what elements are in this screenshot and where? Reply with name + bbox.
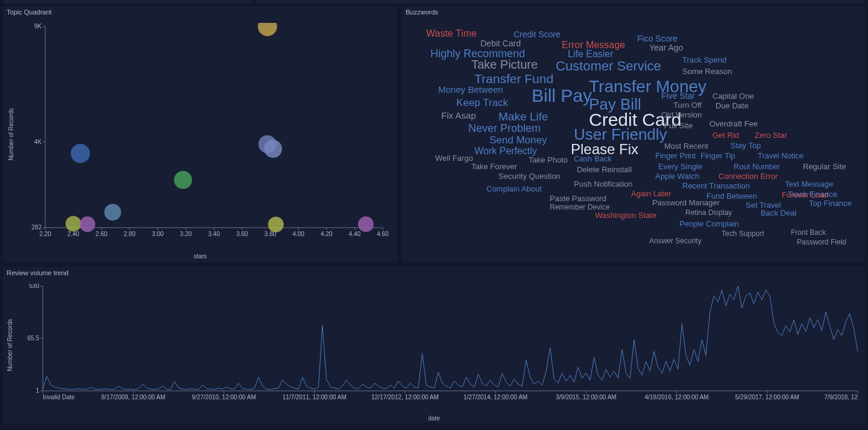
buzzword[interactable]: Washington State: [595, 211, 656, 219]
svg-point-42: [268, 217, 284, 232]
buzzword[interactable]: Paste Password: [550, 195, 606, 202]
buzzword[interactable]: Old Version: [661, 111, 702, 119]
buzzword[interactable]: Remember Device: [550, 204, 609, 211]
svg-text:3.20: 3.20: [180, 231, 192, 237]
buzzword[interactable]: Full Site: [664, 122, 693, 129]
buzzword[interactable]: Bill Pay: [532, 87, 592, 105]
svg-text:4.20: 4.20: [321, 231, 333, 237]
buzzword[interactable]: Five Star: [661, 92, 695, 100]
buzzword[interactable]: People Complain: [679, 220, 739, 228]
buzzword[interactable]: Password Manager: [652, 199, 720, 207]
svg-text:Invalid Date: Invalid Date: [43, 394, 75, 400]
buzzword[interactable]: Keep Track: [456, 98, 508, 108]
svg-text:1: 1: [36, 387, 39, 394]
buzzword[interactable]: Year Ago: [649, 43, 683, 52]
scatter-x-label: stars: [193, 253, 207, 260]
svg-point-38: [174, 171, 192, 189]
svg-point-39: [258, 23, 277, 36]
buzzword[interactable]: Security Question: [498, 172, 561, 180]
buzzword[interactable]: Stay Top: [731, 142, 761, 149]
buzzword[interactable]: Travel Notice: [758, 152, 804, 160]
buzzword[interactable]: Apple Watch: [655, 172, 699, 180]
buzzword[interactable]: Get Rid: [712, 131, 739, 139]
buzzword[interactable]: Rout Number: [734, 163, 780, 170]
buzzword[interactable]: Due Date: [715, 102, 749, 110]
buzzword[interactable]: Password Field: [797, 238, 846, 246]
buzzword[interactable]: Forever Load: [782, 191, 828, 199]
scatter-y-label: Number of Records: [8, 108, 14, 160]
buzzword[interactable]: Take Forever: [471, 163, 517, 170]
svg-text:3.60: 3.60: [236, 231, 248, 237]
svg-text:4/18/2016, 12:00:00 AM: 4/18/2016, 12:00:00 AM: [644, 394, 708, 400]
scatter-chart[interactable]: 2824K9K2.202.402.602.803.003.203.403.603…: [27, 23, 389, 246]
buzzword[interactable]: Fix Asap: [441, 111, 476, 120]
buzzword[interactable]: Fico Score: [637, 34, 678, 43]
buzzword[interactable]: Zero Star: [755, 131, 787, 139]
svg-text:2.40: 2.40: [68, 231, 80, 237]
buzzword[interactable]: Push Notification: [574, 180, 633, 188]
topic-quadrant-panel: Topic Quadrant Number of Records stars 2…: [3, 6, 397, 262]
buzzword[interactable]: Most Recent: [664, 142, 708, 150]
buzzword[interactable]: Error Message: [562, 40, 625, 50]
buzzword[interactable]: Complain About: [486, 185, 542, 193]
buzzword[interactable]: Never Problem: [468, 123, 541, 134]
buzzword[interactable]: Delete Reinstall: [577, 166, 632, 173]
word-cloud[interactable]: Credit CardBill PayTransfer MoneyPay Bil…: [408, 20, 859, 257]
buzzword[interactable]: Debit Card: [480, 39, 521, 48]
review-trend-panel: Review volume trend Number of Records da…: [3, 267, 865, 423]
svg-text:8/17/2009, 12:00:00 AM: 8/17/2009, 12:00:00 AM: [101, 394, 165, 400]
buzzword[interactable]: Every Single: [658, 163, 702, 170]
buzzword[interactable]: Finger Print: [655, 152, 696, 160]
trend-chart[interactable]: 1265.5530Invalid Date8/17/2009, 12:00:00…: [27, 284, 860, 402]
svg-point-36: [80, 216, 95, 232]
svg-text:7/9/2018, 12: 7/9/2018, 12: [824, 394, 858, 400]
buzzword[interactable]: Waste Time: [426, 29, 477, 39]
buzzword[interactable]: Capital One: [712, 92, 754, 100]
svg-text:3.00: 3.00: [152, 231, 164, 237]
buzzword[interactable]: Finger Tip: [700, 152, 735, 160]
buzzword[interactable]: Money Between: [438, 85, 503, 94]
svg-text:4.60: 4.60: [377, 231, 389, 237]
buzzword[interactable]: Connection Error: [719, 172, 778, 180]
svg-text:9K: 9K: [34, 23, 42, 30]
buzzword[interactable]: Pay Bill: [589, 96, 641, 112]
buzzword[interactable]: Top Finance: [809, 199, 852, 207]
buzzword[interactable]: Take Picture: [471, 58, 538, 70]
svg-text:4K: 4K: [34, 139, 42, 145]
svg-point-34: [71, 144, 90, 163]
buzzword[interactable]: Overdraft Fee: [709, 120, 758, 128]
svg-text:530: 530: [29, 284, 39, 289]
buzzword[interactable]: Transfer Fund: [474, 72, 553, 85]
buzzword[interactable]: Highly Recommend: [430, 48, 525, 59]
svg-text:2.60: 2.60: [96, 231, 108, 237]
buzzword[interactable]: Recent Transaction: [682, 182, 750, 190]
buzzword[interactable]: Send Money: [489, 135, 547, 145]
buzzword[interactable]: Retina Display: [685, 209, 732, 216]
buzzword[interactable]: Front Back: [791, 229, 826, 236]
buzzword[interactable]: Cash Back: [574, 155, 612, 163]
buzzword[interactable]: Again Later: [631, 190, 671, 198]
buzzwords-title: Buzzwords: [406, 8, 438, 16]
buzzword[interactable]: Back Deal: [761, 209, 796, 217]
buzzword[interactable]: Make Life: [498, 111, 548, 122]
svg-point-43: [358, 216, 374, 232]
buzzword[interactable]: Customer Service: [556, 60, 661, 73]
buzzword[interactable]: Life Easier: [568, 49, 614, 59]
buzzword[interactable]: Text Message: [785, 180, 833, 188]
buzzword[interactable]: Answer Security: [649, 237, 702, 245]
ghost-panel-1: [3, 0, 251, 4]
svg-text:11/7/2011, 12:00:00 AM: 11/7/2011, 12:00:00 AM: [283, 394, 347, 400]
buzzword[interactable]: Take Photo: [529, 156, 568, 164]
buzzword[interactable]: Some Reason: [682, 67, 732, 75]
buzzword[interactable]: Credit Score: [514, 30, 561, 39]
svg-text:2.80: 2.80: [124, 231, 136, 237]
svg-text:265.5: 265.5: [27, 335, 39, 341]
buzzword[interactable]: Turn Off: [673, 101, 702, 109]
buzzword[interactable]: Regular Site: [803, 163, 846, 170]
buzzword[interactable]: Well Fargo: [435, 154, 473, 162]
buzzword[interactable]: Tech Support: [722, 230, 764, 237]
svg-text:4.40: 4.40: [349, 231, 361, 237]
buzzword[interactable]: Track Spend: [682, 56, 726, 64]
buzzword[interactable]: Work Perfectly: [474, 146, 537, 156]
buzzword[interactable]: User Friendly: [574, 126, 667, 142]
